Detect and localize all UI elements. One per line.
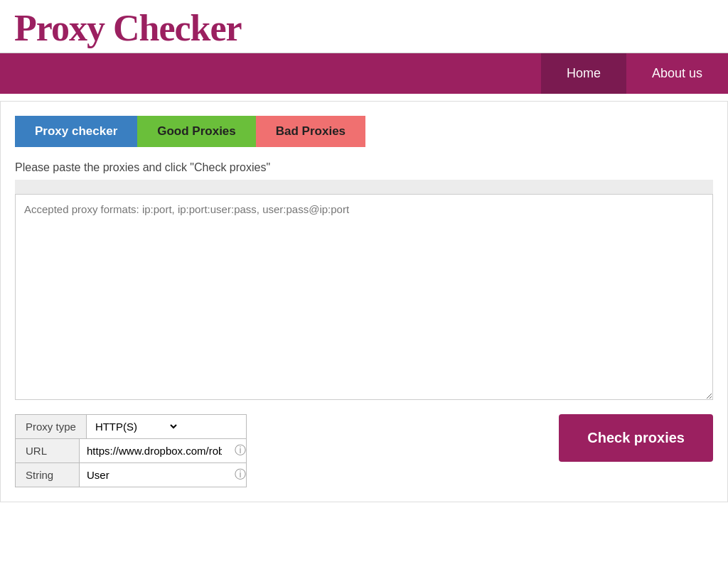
tab-bad-proxies[interactable]: Bad Proxies [256, 116, 365, 147]
proxy-type-label: Proxy type [16, 415, 87, 438]
navigation: Home About us [0, 53, 728, 94]
tab-good-proxies[interactable]: Good Proxies [137, 116, 256, 147]
string-help-icon[interactable]: ⓘ [235, 467, 246, 482]
nav-item-home[interactable]: Home [541, 53, 626, 94]
tab-bar: Proxy checker Good Proxies Bad Proxies [15, 116, 713, 147]
main-content: Proxy checker Good Proxies Bad Proxies P… [0, 101, 728, 502]
url-row: URL ⓘ [16, 439, 246, 463]
url-label: URL [16, 439, 80, 462]
check-proxies-button[interactable]: Check proxies [559, 414, 713, 462]
site-title: Proxy Checker [14, 7, 714, 49]
gray-bar [15, 180, 713, 194]
url-help-icon[interactable]: ⓘ [235, 443, 246, 458]
string-input[interactable] [80, 463, 229, 487]
url-input[interactable] [80, 439, 229, 462]
nav-item-about[interactable]: About us [626, 53, 728, 94]
proxy-settings-panel: Proxy type HTTP(S) SOCKS4 SOCKS5 URL ⓘ S… [15, 414, 247, 487]
proxy-type-select[interactable]: HTTP(S) SOCKS4 SOCKS5 [87, 416, 179, 438]
proxy-textarea[interactable] [15, 194, 713, 400]
instructions-text: Please paste the proxies and click "Chec… [15, 161, 713, 174]
tab-proxy-checker[interactable]: Proxy checker [15, 116, 137, 147]
right-section: Check proxies [261, 414, 713, 462]
string-label: String [16, 463, 80, 487]
header: Proxy Checker [0, 0, 728, 53]
proxy-type-row: Proxy type HTTP(S) SOCKS4 SOCKS5 [16, 415, 246, 439]
bottom-controls: Proxy type HTTP(S) SOCKS4 SOCKS5 URL ⓘ S… [15, 414, 713, 487]
string-row: String ⓘ [16, 463, 246, 487]
